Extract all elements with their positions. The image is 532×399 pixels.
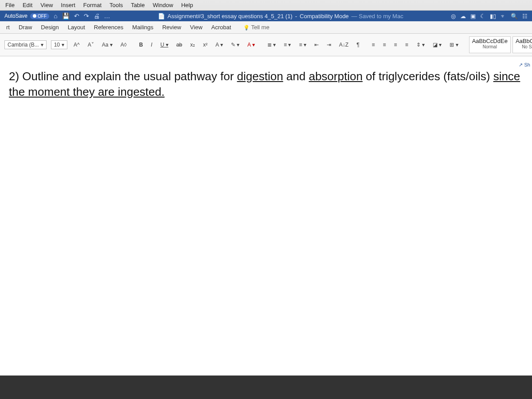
control-icon[interactable]: ☷ [522,13,528,20]
tab-home-cut[interactable]: rt [6,24,10,31]
menu-format[interactable]: Format [83,2,102,8]
ribbon-tabs: rt Draw Design Layout References Mailing… [0,21,532,34]
share-button[interactable]: ↗ Sh [519,62,530,68]
clear-format-button[interactable]: A◊ [119,41,129,49]
tab-layout[interactable]: Layout [68,24,85,31]
autosave-state: OFF [30,13,49,19]
tell-me-search[interactable]: Tell me [243,24,269,31]
style-normal[interactable]: AaBbCcDdEeNormal [469,36,511,53]
bullets-button[interactable]: ≣ ▾ [266,41,278,49]
font-name-combo[interactable]: Cambria (B... ▾ [4,40,47,49]
home-icon[interactable]: ⌂ [54,12,57,20]
tab-design[interactable]: Design [41,24,59,31]
borders-button[interactable]: ⊞ ▾ [448,41,460,49]
tab-references[interactable]: References [94,24,123,31]
multilevel-button[interactable]: ≡ ▾ [297,41,308,49]
mac-menubar: File Edit View Insert Format Tools Table… [0,0,532,11]
highlight-button[interactable]: ✎ ▾ [229,41,241,49]
styles-gallery[interactable]: AaBbCcDdEeNormal AaBbCcDdEeNo Spacing Aa… [469,36,532,53]
style-no-spacing[interactable]: AaBbCcDdEeNo Spacing [512,36,532,53]
doc-icon: 📄 [158,13,165,20]
quick-access-toolbar: AutoSave OFF ⌂ 💾 ↶ ↷ 🖨 … 📄 Assignment#3_… [0,11,532,21]
moon-icon[interactable]: ☾ [480,13,485,20]
save-icon[interactable]: 💾 [62,12,70,20]
autosave-toggle[interactable]: AutoSave OFF [4,13,49,19]
sort-button[interactable]: A↓Z [337,41,350,49]
menu-table[interactable]: Table [131,2,145,8]
align-right-button[interactable]: ≡ [392,41,399,49]
decrease-indent-button[interactable]: ⇤ [313,41,321,49]
menu-edit[interactable]: Edit [23,2,32,8]
italic-button[interactable]: I [149,41,154,49]
redo-icon[interactable]: ↷ [84,12,89,20]
menu-help[interactable]: Help [181,2,193,8]
doc-sep: - [295,13,297,20]
subscript-button[interactable]: x₂ [188,41,197,49]
show-marks-button[interactable]: ¶ [355,41,361,49]
autosave-label: AutoSave [4,13,27,19]
font-size-combo[interactable]: 10 ▾ [51,40,67,49]
tab-review[interactable]: Review [162,24,181,31]
tab-view[interactable]: View [190,24,203,31]
tab-mailings[interactable]: Mailings [132,24,153,31]
strike-button[interactable]: ab [175,41,184,49]
menu-file[interactable]: File [5,2,15,8]
change-case-button[interactable]: Aa ▾ [100,41,114,49]
underline-button[interactable]: U ▾ [159,41,170,49]
numbering-button[interactable]: ≡ ▾ [282,41,293,49]
superscript-button[interactable]: x² [201,41,209,49]
tab-acrobat[interactable]: Acrobat [211,24,231,31]
text-effects-button[interactable]: A ▾ [214,41,225,49]
tab-draw[interactable]: Draw [19,24,32,31]
wifi-icon[interactable]: ᯤ [501,13,506,20]
title-bar: 📄 Assignment#3_short essay questions 4_5… [115,13,446,20]
menu-insert[interactable]: Insert [61,2,75,8]
undo-icon[interactable]: ↶ [74,12,79,20]
document-page[interactable]: 2) Outline and explain the usual pathway… [0,56,532,376]
print-icon[interactable]: 🖨 [94,12,100,20]
align-center-button[interactable]: ≡ [381,41,388,49]
sync-icon[interactable]: ◎ [451,13,456,20]
menu-window[interactable]: Window [153,2,173,8]
justify-button[interactable]: ≡ [403,41,410,49]
increase-indent-button[interactable]: ⇥ [325,41,333,49]
shrink-font-button[interactable]: A˅ [86,41,96,49]
font-color-button[interactable]: A ▾ [246,41,257,49]
menu-tools[interactable]: Tools [110,2,123,8]
more-icon[interactable]: … [104,12,110,20]
doc-filename: Assignment#3_short essay questions 4_5_2… [168,13,293,20]
battery-icon[interactable]: ▮▯ [490,13,496,20]
doc-mode: Compatibility Mode [300,13,349,20]
ribbon: Cambria (B... ▾ 10 ▾ A^ A˅ Aa ▾ A◊ B I U… [0,34,532,56]
question-2: 2) Outline and explain the usual pathway… [9,69,521,100]
align-left-button[interactable]: ≡ [370,41,377,49]
doc-saved: — Saved to my Mac [352,13,403,20]
grow-font-button[interactable]: A^ [72,41,82,49]
rec-icon[interactable]: ▣ [470,13,476,20]
search-icon[interactable]: 🔍 [511,13,518,20]
bold-button[interactable]: B [137,41,145,49]
cloud-icon[interactable]: ☁ [460,13,466,20]
shading-button[interactable]: ◪ ▾ [431,41,443,49]
title-right: ◎ ☁ ▣ ☾ ▮▯ ᯤ 🔍 ☷ [451,13,528,20]
menu-view[interactable]: View [40,2,53,8]
line-spacing-button[interactable]: ⇕ ▾ [415,41,426,49]
